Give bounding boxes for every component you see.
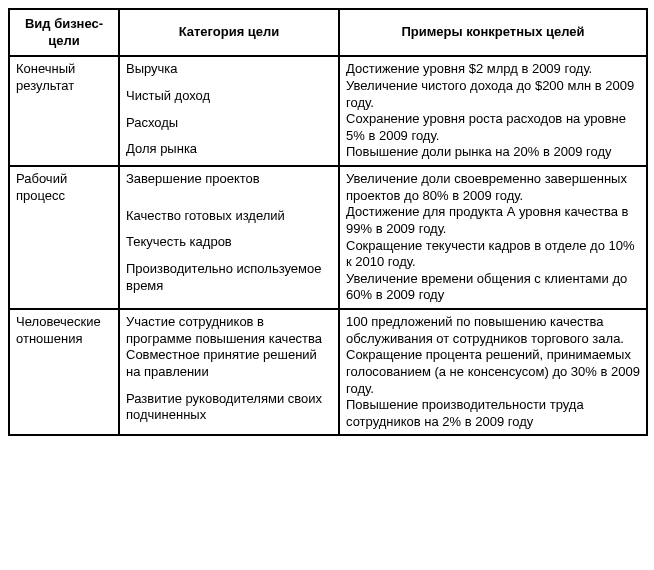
category-line: Доля рынка: [126, 141, 332, 158]
category-line: Расходы: [126, 115, 332, 132]
cell-examples: Достижение уровня $2 млрд в 2009 году. У…: [339, 56, 647, 166]
cell-category: Выручка Чистый доход Расходы Доля рынка: [119, 56, 339, 166]
spacer: [126, 224, 332, 234]
spacer: [126, 198, 332, 208]
goals-table: Вид бизнес-цели Категория цели Примеры к…: [8, 8, 648, 436]
table-row: Рабочий процесс Завершение проектов Каче…: [9, 166, 647, 309]
category-line: Производительно используемое время: [126, 261, 332, 294]
category-line: Совместное принятие решений на правлении: [126, 347, 332, 380]
spacer: [126, 78, 332, 88]
spacer: [126, 381, 332, 391]
cell-type: Человеческие отношения: [9, 309, 119, 435]
example-line: Сохранение уровня роста расходов на уров…: [346, 111, 640, 144]
type-text: Человеческие отношения: [16, 314, 112, 347]
spacer: [126, 251, 332, 261]
example-line: Увеличение чистого дохода до $200 млн в …: [346, 78, 640, 111]
type-text: Рабочий процесс: [16, 171, 112, 204]
cell-examples: 100 предложений по повышению качества об…: [339, 309, 647, 435]
category-line: Чистый доход: [126, 88, 332, 105]
example-line: Повышение доли рынка на 20% в 2009 году: [346, 144, 640, 161]
category-line: Выручка: [126, 61, 332, 78]
category-line: Качество готовых изделий: [126, 208, 332, 225]
example-line: Сокращение текучести кадров в отделе до …: [346, 238, 640, 271]
example-line: Увеличение времени общения с клиентами д…: [346, 271, 640, 304]
header-examples: Примеры конкретных целей: [339, 9, 647, 56]
table-row: Человеческие отношения Участие сотрудник…: [9, 309, 647, 435]
type-text: Конечный результат: [16, 61, 112, 94]
table-row: Конечный результат Выручка Чистый доход …: [9, 56, 647, 166]
spacer: [126, 131, 332, 141]
category-line: Участие сотрудников в программе повышени…: [126, 314, 332, 347]
table-body: Конечный результат Выручка Чистый доход …: [9, 56, 647, 435]
example-line: Сокращение процента решений, принимаемых…: [346, 347, 640, 397]
spacer: [126, 188, 332, 198]
example-line: Достижение уровня $2 млрд в 2009 году.: [346, 61, 640, 78]
cell-category: Участие сотрудников в программе повышени…: [119, 309, 339, 435]
cell-type: Конечный результат: [9, 56, 119, 166]
header-type: Вид бизнес-цели: [9, 9, 119, 56]
cell-category: Завершение проектов Качество готовых изд…: [119, 166, 339, 309]
table-header-row: Вид бизнес-цели Категория цели Примеры к…: [9, 9, 647, 56]
cell-type: Рабочий процесс: [9, 166, 119, 309]
example-line: Увеличение доли своевременно завершенных…: [346, 171, 640, 204]
cell-examples: Увеличение доли своевременно завершенных…: [339, 166, 647, 309]
example-line: 100 предложений по повышению качества об…: [346, 314, 640, 347]
header-category: Категория цели: [119, 9, 339, 56]
example-line: Повышение производительности труда сотру…: [346, 397, 640, 430]
example-line: Достижение для продукта А уровня качеств…: [346, 204, 640, 237]
spacer: [126, 105, 332, 115]
category-line: Текучесть кадров: [126, 234, 332, 251]
category-line: Развитие руководителями своих подчиненны…: [126, 391, 332, 424]
category-line: Завершение проектов: [126, 171, 332, 188]
